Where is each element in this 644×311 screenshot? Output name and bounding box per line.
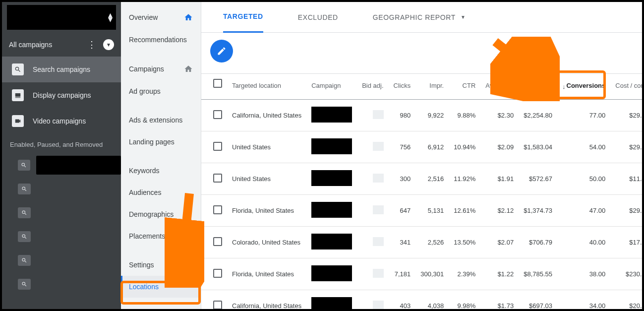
- nav-ad-groups[interactable]: Ad groups: [121, 80, 201, 102]
- col-cost[interactable]: Cost: [519, 74, 557, 100]
- col-bidadj[interactable]: Bid adj.: [357, 74, 388, 100]
- col-location[interactable]: Targeted location: [227, 74, 306, 100]
- nav-placements[interactable]: Placements: [121, 225, 201, 247]
- campaign-item-redacted[interactable]: [2, 272, 121, 296]
- nav-landing-pages[interactable]: Landing pages: [121, 131, 201, 153]
- search-icon: [18, 160, 30, 171]
- table-row[interactable]: Colorado, United States3412,52613.50%$2.…: [201, 227, 642, 258]
- campaign-item-redacted[interactable]: [2, 201, 121, 225]
- campaign-type-display[interactable]: Display campaigns: [2, 82, 121, 108]
- cell-cost: $2,254.80: [519, 100, 557, 131]
- tab-targeted[interactable]: TARGETED: [223, 2, 263, 33]
- table-row[interactable]: United States7566,91210.94%$2.09$1,583.0…: [201, 131, 642, 163]
- cell-bidadj: [357, 227, 388, 258]
- row-checkbox[interactable]: [213, 269, 222, 278]
- campaign-type-label: Video campaigns: [33, 117, 86, 125]
- col-impr[interactable]: Impr.: [415, 74, 449, 100]
- more-options-icon[interactable]: ⋮: [87, 39, 96, 50]
- nav-label: Locations: [129, 283, 159, 291]
- cell-conv: 54.00: [557, 131, 610, 163]
- col-ctr[interactable]: CTR: [449, 74, 480, 100]
- cell-costconv: $11.45: [610, 163, 642, 195]
- nav-recommendations[interactable]: Recommendations: [121, 29, 201, 51]
- add-location-button[interactable]: [210, 40, 233, 62]
- nav-settings[interactable]: Settings: [121, 254, 201, 276]
- cell-cost: $572.67: [519, 163, 557, 195]
- cell-conv: 50.00: [557, 163, 610, 195]
- table-row[interactable]: United States3002,51611.92%$1.91$572.675…: [201, 163, 642, 195]
- col-campaign[interactable]: Campaign: [306, 74, 357, 100]
- row-checkbox[interactable]: [213, 174, 222, 183]
- cell-clicks: 341: [389, 227, 416, 258]
- nav-label: Demographics: [129, 210, 174, 218]
- col-conversions[interactable]: ↓Conversions: [557, 74, 610, 100]
- nav-label: Ad groups: [129, 87, 161, 95]
- campaign-type-video[interactable]: Video campaigns: [2, 108, 121, 134]
- campaign-sidebar: ▴▾ All campaigns ⋮ ▾ Search campaignsDis…: [2, 2, 121, 309]
- nav-label: Overview: [129, 13, 158, 21]
- cell-ctr: 9.88%: [449, 100, 480, 131]
- cell-bidadj: [357, 195, 388, 227]
- tab-excluded[interactable]: EXCLUDED: [298, 2, 338, 33]
- table-row[interactable]: California, United States4034,0389.98%$1…: [201, 290, 642, 310]
- cell-conv: 34.00: [557, 290, 610, 310]
- nav-label: Settings: [129, 261, 154, 269]
- cell-conv: 77.00: [557, 100, 610, 131]
- table-row[interactable]: Florida, United States6475,13112.61%$2.1…: [201, 195, 642, 227]
- cell-clicks: 403: [389, 290, 416, 310]
- nav-ads-extensions[interactable]: Ads & extensions: [121, 109, 201, 131]
- col-avgcpc[interactable]: Avg. CPC: [480, 74, 519, 100]
- table-row[interactable]: California, United States9809,9229.88%$2…: [201, 100, 642, 131]
- campaign-item-redacted[interactable]: [2, 225, 121, 249]
- nav-label: Campaigns: [129, 65, 164, 73]
- cell-clicks: 647: [389, 195, 416, 227]
- nav-locations[interactable]: Locations: [121, 276, 201, 298]
- page-nav-sidebar: OverviewRecommendationsCampaignsAd group…: [121, 2, 201, 309]
- campaign-type-label: Search campaigns: [33, 65, 90, 73]
- nav-demographics[interactable]: Demographics: [121, 203, 201, 225]
- row-checkbox[interactable]: [213, 142, 222, 151]
- cell-clicks: 980: [389, 100, 416, 131]
- tab-geo[interactable]: GEOGRAPHIC REPORT▼: [373, 2, 466, 33]
- sort-desc-icon: ↓: [562, 83, 566, 90]
- cell-location: California, United States: [227, 290, 306, 310]
- nav-label: Placements: [129, 232, 165, 240]
- locations-table: Targeted location Campaign Bid adj. Clic…: [201, 74, 642, 309]
- select-all-checkbox[interactable]: [213, 79, 222, 88]
- cell-ctr: 12.61%: [449, 195, 480, 227]
- cell-campaign: [306, 100, 357, 131]
- row-checkbox[interactable]: [213, 205, 222, 214]
- col-clicks[interactable]: Clicks: [389, 74, 416, 100]
- nav-label: Keywords: [129, 167, 159, 175]
- row-checkbox[interactable]: [213, 301, 222, 309]
- col-costconv[interactable]: Cost / conv.: [610, 74, 642, 100]
- cell-bidadj: [357, 258, 388, 290]
- cell-impr: 4,038: [415, 290, 449, 310]
- cell-cost: $706.79: [519, 227, 557, 258]
- all-campaigns-row[interactable]: All campaigns ⋮ ▾: [2, 33, 121, 57]
- nav-keywords[interactable]: Keywords: [121, 160, 201, 182]
- campaign-item-redacted[interactable]: [2, 249, 121, 272]
- cell-avgcpc: $2.07: [480, 227, 519, 258]
- cell-bidadj: [357, 131, 388, 163]
- cell-bidadj: [357, 163, 388, 195]
- cell-avgcpc: $2.30: [480, 100, 519, 131]
- row-checkbox[interactable]: [213, 110, 222, 119]
- nav-overview[interactable]: Overview: [121, 6, 201, 29]
- campaign-type-search[interactable]: Search campaigns: [2, 57, 121, 82]
- display-icon: [12, 89, 24, 101]
- nav-audiences[interactable]: Audiences: [121, 182, 201, 203]
- collapse-chevron-icon[interactable]: ▾: [103, 39, 114, 50]
- account-selector[interactable]: ▴▾: [7, 5, 116, 30]
- cell-campaign: [306, 195, 357, 227]
- cell-impr: 2,516: [415, 163, 449, 195]
- table-row[interactable]: Florida, United States7,181300,3012.39%$…: [201, 258, 642, 290]
- cell-campaign: [306, 290, 357, 310]
- nav-label: Recommendations: [129, 36, 187, 44]
- campaign-item-redacted[interactable]: [2, 153, 121, 177]
- row-checkbox[interactable]: [213, 237, 222, 246]
- campaign-item-redacted[interactable]: [2, 177, 121, 201]
- cell-location: United States: [227, 131, 306, 163]
- search-icon: [18, 255, 31, 266]
- nav-campaigns[interactable]: Campaigns: [121, 58, 201, 80]
